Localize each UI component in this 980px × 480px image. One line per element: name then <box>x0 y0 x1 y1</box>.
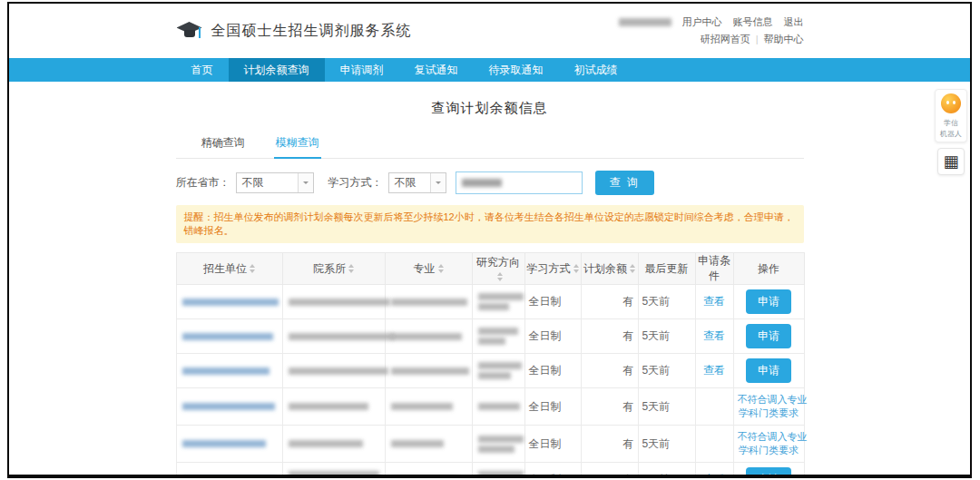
cell-unit <box>176 354 282 388</box>
search-button[interactable]: 查 询 <box>595 171 654 195</box>
keyword-redacted <box>462 179 502 187</box>
view-condition-link[interactable]: 查看 <box>703 295 725 308</box>
sort-desc-icon <box>573 269 579 273</box>
cell-department <box>282 426 385 463</box>
cell-direction <box>472 319 524 354</box>
column-header[interactable]: 学习方式 <box>524 253 581 285</box>
column-header[interactable]: 院系所 <box>282 253 385 285</box>
sort-asc-icon <box>630 264 635 268</box>
cell-department <box>282 354 385 388</box>
chevron-down-icon <box>430 173 446 192</box>
table-row: 全日制有5天前不符合调入专业学科门类要求 <box>176 426 804 463</box>
sort-desc-icon <box>630 269 635 273</box>
nav-item[interactable]: 复试通知 <box>399 58 474 82</box>
user-link[interactable]: 用户中心 <box>682 15 722 30</box>
sort-asc-icon <box>573 264 579 268</box>
robot-icon <box>941 93 961 113</box>
cell-action: 不符合调入专业学科门类要求 <box>733 426 804 463</box>
study-mode-select[interactable]: 不限 <box>388 172 446 193</box>
redacted-text <box>478 372 511 379</box>
cell-study-mode: 全日制 <box>524 354 581 388</box>
redacted-text <box>391 403 453 410</box>
sort-asc-icon <box>497 272 503 276</box>
user-link[interactable]: 退出 <box>784 15 804 30</box>
main-content: 查询计划余额信息 精确查询模糊查询 所在省市： 不限 学习方式： 不限 查 询 … <box>176 82 804 478</box>
cell-unit <box>176 388 282 426</box>
view-condition-link[interactable]: 查看 <box>703 364 725 377</box>
column-label: 申请条件 <box>698 254 730 282</box>
apply-button[interactable]: 申请 <box>746 289 791 314</box>
apply-button[interactable]: 申请 <box>746 324 791 348</box>
redacted-text <box>391 367 469 375</box>
province-select[interactable]: 不限 <box>236 172 314 193</box>
secondary-links: 研招网首页|帮助中心 <box>619 32 804 47</box>
cell-last-update: 5天前 <box>638 463 695 479</box>
cell-condition <box>695 388 733 426</box>
redacted-text <box>478 471 524 478</box>
redacted-text <box>182 333 273 340</box>
link-separator: | <box>756 32 759 47</box>
nav-item[interactable]: 待录取通知 <box>474 58 559 82</box>
user-area: 用户中心账号信息退出 研招网首页|帮助中心 <box>619 15 804 47</box>
filter-bar: 所在省市： 不限 学习方式： 不限 查 询 <box>176 171 804 195</box>
province-label: 所在省市： <box>176 175 230 191</box>
column-label: 计划余额 <box>583 262 627 275</box>
column-header: 最后更新 <box>638 253 695 285</box>
column-header[interactable]: 专业 <box>385 253 472 285</box>
username-redacted <box>619 18 671 26</box>
reject-reason: 不符合调入专业学科门类要求 <box>738 430 800 457</box>
cell-direction <box>472 285 524 319</box>
page-title: 查询计划余额信息 <box>176 100 804 117</box>
view-condition-link[interactable]: 查看 <box>703 329 725 342</box>
reject-reason: 不符合调入专业学科门类要求 <box>738 393 800 420</box>
cell-study-mode: 全日制 <box>524 285 581 319</box>
column-label: 专业 <box>414 262 436 275</box>
column-header[interactable]: 招生单位 <box>176 253 282 285</box>
cell-last-update: 5天前 <box>638 388 695 426</box>
nav-item[interactable]: 计划余额查询 <box>229 58 325 82</box>
column-header[interactable]: 研究方向 <box>472 253 524 285</box>
column-header: 申请条件 <box>695 253 733 285</box>
robot-label-line: 学信 <box>937 119 965 128</box>
study-mode-select-value: 不限 <box>389 173 430 192</box>
secondary-link[interactable]: 帮助中心 <box>764 32 804 47</box>
user-link[interactable]: 账号信息 <box>733 15 773 30</box>
cell-action: 不符合调入专业学科门类要求 <box>733 388 804 426</box>
graduation-cap-icon <box>176 20 203 42</box>
apply-button[interactable]: 申请 <box>746 358 791 383</box>
secondary-link[interactable]: 研招网首页 <box>701 32 750 47</box>
cell-quota: 有 <box>581 426 638 463</box>
qr-code-icon: ▦ <box>943 153 958 170</box>
view-condition-link[interactable]: 查看 <box>703 473 725 478</box>
cell-major <box>385 285 472 319</box>
nav-item[interactable]: 申请调剂 <box>325 58 399 82</box>
nav-item[interactable]: 首页 <box>176 58 229 82</box>
redacted-text <box>478 328 518 335</box>
cell-last-update: 5天前 <box>638 426 695 463</box>
keyword-input[interactable] <box>456 171 583 194</box>
table-row: 全日制有5天前查看申请 <box>176 463 804 479</box>
tab[interactable]: 精确查询 <box>200 130 247 159</box>
cell-unit <box>176 319 282 354</box>
cell-unit <box>176 463 282 479</box>
sort-asc-icon <box>438 264 444 268</box>
tab[interactable]: 模糊查询 <box>274 130 321 159</box>
cell-unit <box>176 285 282 319</box>
column-header[interactable]: 计划余额 <box>581 253 638 285</box>
qr-button[interactable]: ▦ <box>937 148 965 175</box>
apply-button[interactable]: 申请 <box>746 467 791 478</box>
cell-action: 申请 <box>733 285 804 319</box>
brand: 全国硕士生招生调剂服务系统 <box>176 20 412 42</box>
redacted-text <box>289 367 388 375</box>
nav-item[interactable]: 初试成绩 <box>559 58 633 82</box>
cell-quota: 有 <box>581 354 638 388</box>
cell-unit <box>176 426 282 463</box>
redacted-text <box>182 299 279 306</box>
column-label: 操作 <box>758 262 779 275</box>
redacted-text <box>289 440 363 447</box>
sort-asc-icon <box>250 264 255 268</box>
redacted-text <box>391 440 444 447</box>
app-header: 全国硕士生招生调剂服务系统 用户中心账号信息退出 研招网首页|帮助中心 <box>9 4 970 58</box>
robot-helper-button[interactable]: 学信机器人 <box>935 89 967 142</box>
cell-major <box>385 388 472 426</box>
